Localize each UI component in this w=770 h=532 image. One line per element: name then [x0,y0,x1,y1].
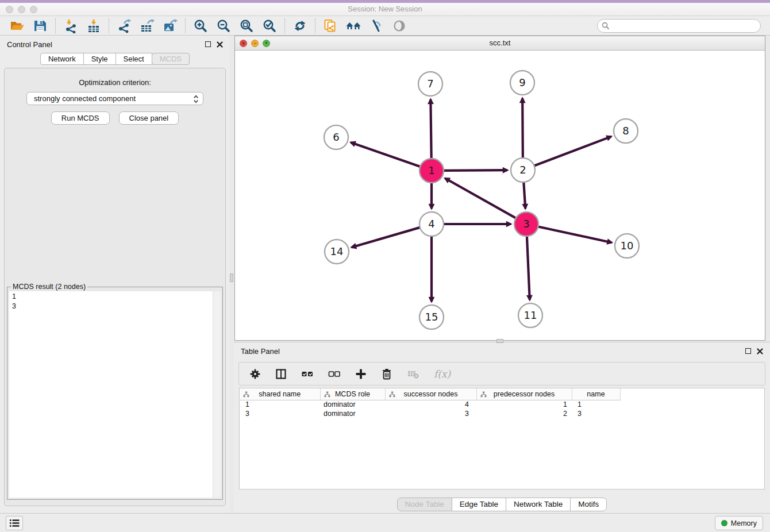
graph-node-9[interactable]: 9 [510,71,534,95]
table-row[interactable]: 1dominator411 [240,400,620,409]
fx-icon: f(x) [434,368,451,380]
tab-mcds[interactable]: MCDS [152,53,190,65]
result-scrollbar[interactable] [213,291,221,498]
memory-button[interactable]: Memory [715,516,763,530]
export-image-button[interactable] [159,17,182,34]
graph-node-15[interactable]: 15 [419,305,444,329]
hide-graphics-details-button[interactable] [365,17,388,34]
control-panel-header: Control Panel [0,36,230,53]
home-layout-button[interactable] [342,17,365,34]
edge-2-9[interactable] [522,98,523,158]
tab-network-table[interactable]: Network Table [506,498,571,511]
split-pane-handle[interactable] [496,339,503,343]
zoom-selected-icon [262,18,277,33]
edge-2-8[interactable] [534,137,611,166]
criterion-select[interactable]: strongly connected component [26,92,203,105]
svg-text:6: 6 [333,131,339,143]
graph-node-3[interactable]: 3 [514,212,538,236]
table-settings-button[interactable] [249,368,261,380]
edge-3-1[interactable] [445,178,516,218]
show-column-button[interactable] [275,368,287,380]
edge-1-7[interactable] [430,99,431,159]
graph-node-8[interactable]: 8 [614,119,638,143]
column-header-predecessor-nodes[interactable]: predecessor nodes [476,388,572,400]
table-row[interactable]: 3dominator323 [240,409,620,418]
export-table-button[interactable] [136,17,159,34]
homes-icon [345,18,361,33]
svg-text:7: 7 [427,78,433,90]
zoom-selected-button[interactable] [258,17,281,34]
float-panel-icon[interactable] [205,41,211,47]
svg-text:3: 3 [523,218,529,230]
edge-2-3[interactable] [523,182,525,209]
tree-icon [389,391,395,398]
divider-handle[interactable] [230,273,233,282]
tab-network[interactable]: Network [40,53,84,65]
deselect-all-columns-button[interactable] [328,368,341,380]
graph-node-2[interactable]: 2 [511,158,535,182]
network-canvas[interactable]: 7968124314101511 [235,51,765,340]
column-header-name[interactable]: name [572,388,620,400]
zoom-fit-button[interactable] [235,17,258,34]
tab-motifs[interactable]: Motifs [570,498,607,511]
import-network-button[interactable] [59,17,82,34]
control-panel-tabs: Network Style Select MCDS [0,53,230,65]
tab-node-table[interactable]: Node Table [397,498,452,511]
network-window-titlebar[interactable]: x – + scc.txt [235,36,765,51]
column-header-shared-name[interactable]: shared name [240,388,320,400]
tab-style[interactable]: Style [83,53,116,65]
graph-node-11[interactable]: 11 [518,303,542,327]
delete-table-button-disabled[interactable] [407,368,419,380]
table-cell: 3 [385,409,476,418]
graph-node-1[interactable]: 1 [419,159,444,183]
graph-node-4[interactable]: 4 [419,212,444,236]
table-toolbar: f(x) [238,362,765,385]
run-mcds-button[interactable]: Run MCDS [51,111,110,125]
graph-node-7[interactable]: 7 [418,72,442,96]
column-header-mcds-role[interactable]: MCDS role [320,388,385,400]
new-network-from-file-button[interactable] [319,17,342,34]
birds-eye-view-button[interactable] [388,17,411,34]
zoom-out-icon [216,18,231,33]
edge-1-2[interactable] [444,170,507,171]
edge-4-14[interactable] [352,228,420,248]
delete-column-button[interactable] [381,368,392,380]
open-folder-icon [10,18,25,33]
close-panel-icon[interactable] [217,41,223,48]
panel-divider[interactable] [230,36,234,513]
create-column-button[interactable] [355,368,367,380]
mcds-result-group: MCDS result (2 nodes) 1 3 [7,283,223,500]
task-history-button[interactable] [6,516,23,530]
save-icon [33,18,48,33]
open-file-button[interactable] [6,17,29,34]
search-input[interactable] [597,19,761,33]
column-header-successor-nodes[interactable]: successor nodes [385,388,476,400]
export-network-button[interactable] [113,17,136,34]
svg-text:2: 2 [519,164,526,176]
table-cell: 3 [240,409,320,418]
close-panel-button[interactable]: Close panel [119,111,179,125]
tab-edge-table[interactable]: Edge Table [452,498,506,511]
mcds-result-title: MCDS result (2 nodes) [11,283,87,291]
edge-3-10[interactable] [538,226,612,242]
float-panel-icon[interactable] [745,348,751,354]
save-session-button[interactable] [29,17,52,34]
close-panel-icon[interactable] [757,348,763,354]
graph-node-10[interactable]: 10 [615,234,639,258]
graph-node-6[interactable]: 6 [324,125,348,149]
zoom-out-button[interactable] [212,17,235,34]
function-builder-button-disabled[interactable]: f(x) [434,368,451,380]
zoom-in-button[interactable] [189,17,212,34]
edge-3-11[interactable] [527,236,530,300]
table-tabs: Node Table Edge Table Network Table Moti… [234,498,770,511]
tab-select[interactable]: Select [116,53,152,65]
edge-1-6[interactable] [351,142,420,167]
import-table-button[interactable] [82,17,105,34]
mcds-result-area[interactable]: 1 3 [9,291,221,498]
main-toolbar [0,16,770,36]
mcds-panel: Optimization criterion: strongly connect… [4,68,226,506]
select-all-columns-button[interactable] [301,368,314,380]
refresh-button[interactable] [288,17,311,34]
select-chevrons-icon [193,95,199,103]
graph-node-14[interactable]: 14 [325,240,349,264]
